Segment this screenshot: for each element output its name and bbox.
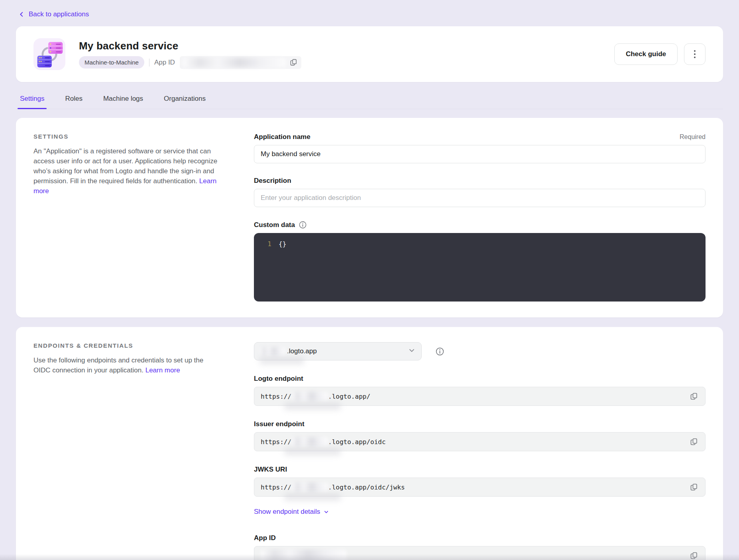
required-hint: Required	[680, 133, 706, 141]
settings-card-form: Application name Required Description Cu…	[254, 133, 706, 302]
domain-select-row: .logto.app	[254, 342, 706, 360]
issuer-endpoint-label: Issuer endpoint	[254, 420, 305, 428]
custom-data-label: Custom data	[254, 221, 295, 229]
app-id-field-value	[254, 546, 706, 560]
page-title: My backend service	[79, 40, 301, 52]
application-name-field-group: Application name Required	[254, 133, 706, 163]
custom-data-code-editor[interactable]: 1 {}	[254, 233, 706, 302]
redacted-tenant-id	[291, 482, 328, 492]
settings-description: An "Application" is a registered softwar…	[33, 146, 218, 196]
tab-machine-logs[interactable]: Machine logs	[102, 90, 144, 109]
chevron-down-icon	[323, 509, 329, 515]
application-name-input[interactable]	[254, 145, 706, 163]
blur-smudge	[285, 403, 340, 409]
show-endpoint-details-link[interactable]: Show endpoint details	[254, 508, 320, 516]
copy-icon	[690, 392, 698, 400]
logto-endpoint-group: Logto endpoint https://.logto.app/	[254, 375, 706, 406]
machine-to-machine-app-icon	[33, 38, 65, 70]
endpoints-description: Use the following endpoints and credenti…	[33, 355, 218, 375]
code-line-number: 1	[254, 240, 271, 248]
more-actions-button[interactable]	[684, 43, 706, 65]
jwks-uri-value: https://.logto.app/oidc/jwks	[254, 478, 706, 497]
app-meta-row: Machine-to-Machine App ID	[79, 56, 301, 69]
endpoints-heading: ENDPOINTS & CREDENTIALS	[33, 342, 218, 349]
jwks-uri-label: JWKS URI	[254, 466, 287, 474]
info-icon	[435, 347, 444, 356]
logto-endpoint-value: https://.logto.app/	[254, 387, 706, 406]
domain-redacted-prefix	[260, 347, 285, 356]
chevron-down-icon	[408, 347, 416, 356]
issuer-endpoint-group: Issuer endpoint https://.logto.app/oidc	[254, 420, 706, 451]
tab-settings[interactable]: Settings	[19, 90, 45, 109]
chevron-left-icon	[18, 11, 25, 18]
endpoints-card-form: .logto.app Logto endpoint https://.logto…	[254, 342, 706, 560]
app-header-card: My backend service Machine-to-Machine Ap…	[16, 26, 723, 82]
app-header-info: My backend service Machine-to-Machine Ap…	[79, 40, 301, 69]
blur-smudge	[285, 494, 340, 500]
code-content: {}	[279, 240, 286, 248]
custom-data-field-group: Custom data 1 {}	[254, 221, 706, 302]
description-field-group: Description	[254, 177, 706, 207]
blur-smudge	[260, 358, 304, 364]
blur-smudge	[285, 448, 340, 455]
settings-heading: SETTINGS	[33, 133, 218, 140]
tab-bar: Settings Roles Machine logs Organization…	[16, 90, 723, 109]
description-input[interactable]	[254, 189, 706, 207]
copy-logto-endpoint-button[interactable]	[689, 392, 699, 401]
copy-jwks-uri-button[interactable]	[689, 482, 699, 492]
domain-select[interactable]: .logto.app	[254, 342, 422, 360]
page: Back to applications	[0, 0, 739, 560]
settings-card-left: SETTINGS An "Application" is a registere…	[33, 133, 218, 302]
kebab-menu-icon	[694, 50, 696, 58]
copy-icon	[690, 552, 698, 560]
app-id-redacted-value	[183, 58, 286, 67]
copy-issuer-endpoint-button[interactable]	[689, 437, 699, 446]
logto-endpoint-label: Logto endpoint	[254, 375, 303, 383]
app-id-field-label: App ID	[254, 534, 276, 542]
tab-roles[interactable]: Roles	[64, 90, 83, 109]
copy-app-id-button[interactable]	[289, 58, 298, 67]
show-endpoint-details-row: Show endpoint details	[254, 508, 706, 516]
meta-divider	[149, 59, 149, 67]
app-id-label: App ID	[154, 59, 175, 67]
check-guide-button[interactable]: Check guide	[614, 43, 678, 65]
info-icon	[299, 221, 307, 229]
back-row: Back to applications	[16, 0, 723, 18]
custom-data-info-button[interactable]	[299, 221, 307, 229]
description-label: Description	[254, 177, 291, 185]
domain-select-value: .logto.app	[287, 347, 317, 355]
settings-card: SETTINGS An "Application" is a registere…	[16, 118, 723, 317]
app-id-value-wrap	[180, 56, 301, 69]
issuer-endpoint-value: https://.logto.app/oidc	[254, 432, 706, 451]
app-type-badge: Machine-to-Machine	[79, 56, 144, 69]
jwks-uri-group: JWKS URI https://.logto.app/oidc/jwks	[254, 466, 706, 497]
application-name-label: Application name	[254, 133, 311, 141]
copy-icon	[290, 59, 297, 66]
endpoints-card-left: ENDPOINTS & CREDENTIALS Use the followin…	[33, 342, 218, 560]
tab-organizations[interactable]: Organizations	[163, 90, 206, 109]
redacted-tenant-id	[291, 392, 328, 401]
back-to-applications-link[interactable]: Back to applications	[18, 10, 89, 18]
app-id-field-group: App ID	[254, 534, 706, 560]
copy-icon	[690, 483, 698, 491]
copy-app-id-field-button[interactable]	[689, 551, 699, 560]
redacted-tenant-id	[291, 437, 328, 446]
endpoints-card: ENDPOINTS & CREDENTIALS Use the followin…	[16, 327, 723, 560]
header-actions: Check guide	[614, 43, 706, 65]
back-link-label: Back to applications	[29, 10, 89, 18]
endpoints-learn-more-link[interactable]: Learn more	[145, 366, 180, 374]
copy-icon	[690, 438, 698, 446]
redacted-app-id	[261, 550, 346, 560]
domain-info-button[interactable]	[435, 347, 444, 356]
